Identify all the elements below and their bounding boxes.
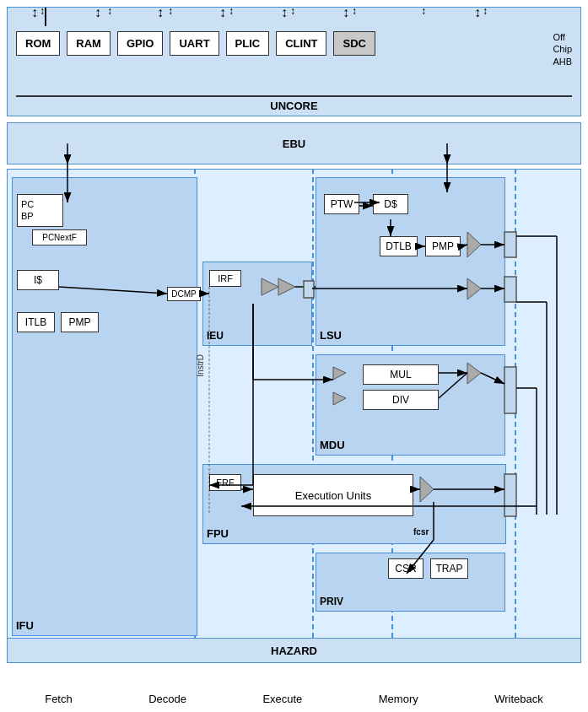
memory-writeback-line [515, 169, 516, 663]
svg-text:↕: ↕ [421, 8, 426, 17]
stage-writeback-label: Writeback [494, 693, 543, 705]
ebu-section: EBU [7, 122, 581, 165]
uncore-section: ↕ ↕ ↕ ↕ ↕ ↕ ↕ ↕ ROM RAM GPIO UART PLIC C… [7, 7, 581, 116]
svg-text:↕: ↕ [483, 8, 488, 17]
ptw-block: PTW [324, 194, 359, 214]
sdc-block: SDC [333, 31, 375, 56]
ram-block: RAM [67, 31, 111, 56]
hazard-section: HAZARD [7, 638, 581, 663]
gpio-block: GPIO [117, 31, 164, 56]
rom-block: ROM [16, 31, 60, 56]
clint-block: CLINT [276, 31, 326, 56]
mul-block: MUL [363, 364, 439, 385]
itlb-block: ITLB [17, 312, 55, 332]
trap-block: TRAP [430, 558, 468, 579]
fpu-label: FPU [207, 527, 229, 540]
decode-execute-line [312, 169, 314, 663]
stage-fetch-label: Fetch [45, 693, 73, 705]
svg-text:↕: ↕ [352, 8, 357, 17]
svg-text:↕: ↕ [229, 8, 234, 17]
dcache-block: D$ [373, 194, 408, 214]
mem-blocks-row: ROM RAM GPIO UART PLIC CLINT SDC [16, 31, 513, 56]
instd-label: InstrD [196, 354, 205, 377]
pc-bp-block: PC BP [17, 194, 63, 227]
stage-memory-label: Memory [379, 693, 418, 705]
bottom-labels: Fetch Decode Execute Memory Writeback [7, 693, 581, 705]
irf-block: IRF [209, 270, 241, 287]
diagram-container: ↕ ↕ ↕ ↕ ↕ ↕ ↕ ↕ ROM RAM GPIO UART PLIC C… [0, 0, 588, 712]
svg-text:↕: ↕ [107, 8, 112, 17]
ifu-block: IFU [12, 177, 197, 636]
stage-execute-label: Execute [262, 693, 302, 705]
uncore-label: UNCORE [270, 100, 317, 112]
dcmp-block: DCMP [167, 287, 201, 301]
uart-block: UART [170, 31, 218, 56]
fcsr-label: fcsr [413, 527, 429, 537]
ieu-label: IEU [207, 330, 224, 342]
off-chip-label: Off Chip AHB [553, 31, 572, 67]
lsu-label: LSU [320, 329, 342, 342]
svg-text:↕: ↕ [290, 8, 295, 17]
svg-text:↕: ↕ [40, 8, 45, 17]
uncore-arrows: ↕ ↕ ↕ ↕ ↕ ↕ ↕ ↕ [8, 8, 580, 31]
csr-block: CSR [388, 558, 423, 579]
svg-text:↕: ↕ [168, 8, 173, 17]
pmp-ifu-block: PMP [61, 312, 99, 332]
exec-units-block: Execution Units [253, 474, 413, 516]
ifu-label: IFU [16, 619, 34, 632]
mdu-label: MDU [320, 439, 345, 451]
plic-block: PLIC [226, 31, 270, 56]
pcnextf-block: PCNextF [32, 229, 87, 245]
hazard-label: HAZARD [271, 645, 317, 657]
div-block: DIV [363, 390, 439, 410]
dtlb-block: DTLB [380, 236, 418, 256]
uncore-bus-line [16, 95, 572, 97]
pmp-lsu-block: PMP [425, 236, 461, 256]
icache-block: I$ [17, 270, 59, 290]
priv-label: PRIV [320, 596, 343, 607]
stage-decode-label: Decode [148, 693, 186, 705]
ebu-label: EBU [283, 138, 305, 150]
frf-block: FRF [209, 474, 241, 491]
